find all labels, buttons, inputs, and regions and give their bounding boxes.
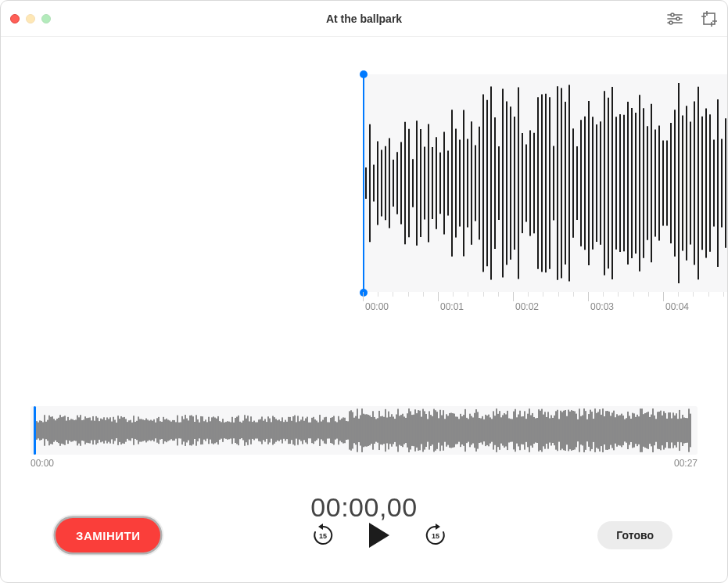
ruler-minor-tick xyxy=(693,292,694,297)
ruler-minor-tick xyxy=(423,292,424,297)
titlebar: At the ballpark xyxy=(1,1,727,37)
svg-marker-553 xyxy=(369,523,389,548)
waveform-region xyxy=(363,74,727,292)
playhead-handle-top[interactable] xyxy=(360,70,368,78)
time-ruler: 00:0000:0100:0200:0300:04 xyxy=(363,292,727,323)
voice-memos-edit-window: At the ballpark xyxy=(0,0,728,583)
playback-settings-button[interactable] xyxy=(666,10,683,27)
minimize-window-button[interactable] xyxy=(26,14,35,23)
play-icon xyxy=(368,522,391,549)
ruler-tick: 00:02 xyxy=(513,292,539,301)
ruler-minor-tick xyxy=(618,292,619,297)
svg-text:15: 15 xyxy=(432,532,439,540)
window-title: At the ballpark xyxy=(326,13,402,25)
toolbar-right xyxy=(666,10,718,27)
waveform-overview-svg xyxy=(34,406,698,455)
play-button[interactable] xyxy=(364,520,394,550)
ruler-tick: 00:03 xyxy=(588,292,614,301)
playback-controls: 15 15 xyxy=(310,520,449,550)
svg-point-5 xyxy=(669,21,672,24)
ruler-tick: 00:04 xyxy=(663,292,689,301)
replace-button[interactable]: ЗАМІНИТИ xyxy=(56,518,160,552)
waveform-overview[interactable]: 00:00 00:27 xyxy=(30,406,698,469)
ruler-minor-tick xyxy=(603,292,604,297)
ruler-tick: 00:01 xyxy=(438,292,464,301)
waveform-detail xyxy=(363,74,727,292)
overview-start-time: 00:00 xyxy=(30,458,54,469)
ruler-minor-tick xyxy=(573,292,574,297)
ruler-minor-tick xyxy=(378,292,378,297)
svg-marker-554 xyxy=(436,524,440,530)
svg-point-1 xyxy=(671,13,674,16)
ruler-minor-tick xyxy=(648,292,649,297)
ruler-minor-tick xyxy=(678,292,679,297)
ruler-tick: 00:00 xyxy=(363,292,389,301)
ruler-minor-tick xyxy=(558,292,559,297)
svg-marker-551 xyxy=(318,524,323,530)
ruler-minor-tick xyxy=(393,292,393,297)
skip-back-15-button[interactable]: 15 xyxy=(310,522,336,549)
ruler-minor-tick xyxy=(408,292,409,297)
window-controls xyxy=(10,14,51,23)
ruler-minor-tick xyxy=(543,292,543,297)
sliders-icon xyxy=(667,13,683,25)
skip-forward-icon: 15 xyxy=(423,523,448,548)
skip-forward-15-button[interactable]: 15 xyxy=(422,522,449,549)
done-button[interactable]: Готово xyxy=(597,521,672,549)
close-window-button[interactable] xyxy=(10,14,20,23)
transport-controls: ЗАМІНИТИ 15 15 xyxy=(1,518,727,552)
ruler-minor-tick xyxy=(633,292,634,297)
trim-button[interactable] xyxy=(701,10,718,27)
trim-icon xyxy=(701,11,717,27)
svg-rect-6 xyxy=(704,13,715,24)
svg-text:15: 15 xyxy=(319,532,327,540)
ruler-minor-tick xyxy=(468,292,468,297)
svg-point-3 xyxy=(676,17,680,20)
playhead-line[interactable] xyxy=(363,74,364,292)
overview-playhead[interactable] xyxy=(34,406,36,455)
ruler-minor-tick xyxy=(483,292,484,297)
ruler-minor-tick xyxy=(498,292,499,297)
overview-track xyxy=(30,406,698,455)
overview-time-labels: 00:00 00:27 xyxy=(30,458,698,469)
ruler-minor-tick xyxy=(708,292,709,297)
ruler-minor-tick xyxy=(723,292,724,297)
ruler-minor-tick xyxy=(453,292,454,297)
overview-end-time: 00:27 xyxy=(674,458,698,469)
ruler-minor-tick xyxy=(528,292,529,297)
skip-back-icon: 15 xyxy=(310,523,335,548)
zoom-window-button[interactable] xyxy=(41,14,51,23)
waveform-detail-editor[interactable]: 00:0000:0100:0200:0300:04 xyxy=(1,74,727,356)
